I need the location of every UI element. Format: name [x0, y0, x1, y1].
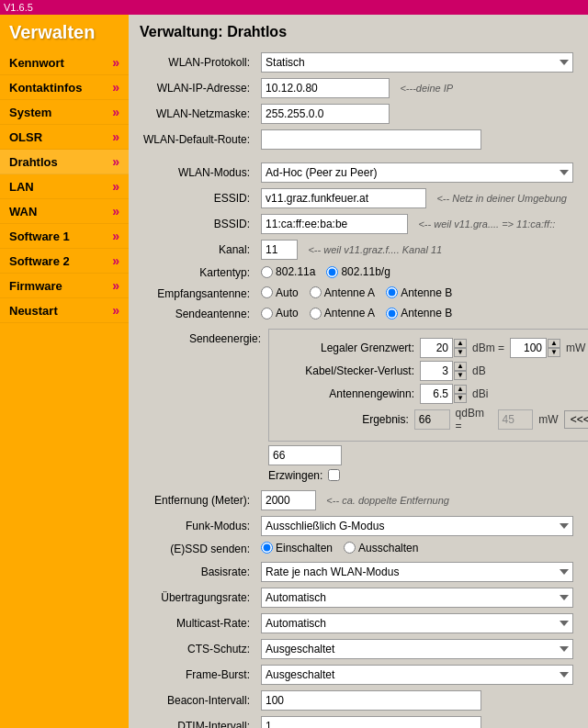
wlan-ip-input[interactable]	[261, 78, 390, 98]
kabel-up[interactable]: ▲	[454, 362, 467, 371]
uebertragungsrate-label: Übertragungsrate:	[140, 585, 257, 610]
uebertragungsrate-select[interactable]: Automatisch	[261, 588, 573, 608]
essid-ausschalten-radio[interactable]	[344, 542, 356, 554]
sidebar: Verwalten Kennwort » Kontaktinfos » Syst…	[0, 15, 129, 728]
version-text: V1.6.5	[4, 2, 33, 13]
ergebnis-value: 66	[414, 409, 450, 430]
legaler-grenzwert-mw-spinner: ▲ ▼	[510, 338, 560, 358]
arrow-icon: »	[112, 55, 119, 70]
legaler-grenzwert-up[interactable]: ▲	[454, 339, 467, 348]
wlan-modus-select[interactable]: Ad-Hoc (Peer zu Peer)	[261, 162, 573, 183]
erzwingen-checkbox[interactable]	[328, 469, 340, 481]
legaler-grenzwert-mw-btns: ▲ ▼	[548, 339, 560, 357]
sendeenergie-content: Legaler Grenzwert: ▲ ▼ dBm =	[268, 329, 588, 482]
wlan-netzmaske-label: WLAN-Netzmaske:	[140, 101, 257, 127]
basisrate-select[interactable]: Rate je nach WLAN-Modus	[261, 562, 573, 582]
legaler-grenzwert-down[interactable]: ▼	[454, 348, 467, 357]
frame-burst-select[interactable]: Ausgeschaltet	[261, 665, 573, 685]
kanal-input[interactable]	[261, 240, 298, 260]
legaler-grenzwert-input[interactable]	[420, 338, 453, 358]
sidebar-item-neustart[interactable]: Neustart »	[0, 298, 129, 323]
funk-modus-label: Funk-Modus:	[140, 513, 257, 539]
legaler-mw-down[interactable]: ▼	[548, 348, 560, 357]
funk-modus-select[interactable]: Ausschließlich G-Modus	[261, 516, 573, 536]
sidebar-title: Verwalten	[0, 15, 129, 50]
antennengewinn-btns: ▲ ▼	[454, 385, 467, 403]
kabel-verlust-row: Kabel/Stecker-Verlust: ▲ ▼ dB	[277, 361, 588, 381]
sidebar-item-software1[interactable]: Software 1 »	[0, 224, 129, 249]
sidebar-item-olsr[interactable]: OLSR »	[0, 125, 129, 150]
empfangsantenne-auto-label[interactable]: Auto	[261, 286, 299, 299]
sendeantenne-radio-group: Auto Antenne A Antenne B	[261, 307, 452, 319]
kartentyp-80211bg-radio[interactable]	[326, 266, 338, 278]
sendeenergie-input[interactable]	[268, 445, 342, 465]
basisrate-label: Basisrate:	[140, 559, 257, 585]
ergebnis-mw-value: 45	[498, 409, 534, 430]
bssid-label: BSSID:	[140, 211, 257, 237]
kanal-hint: <-- weil v11.graz.f.... Kanal 11	[308, 244, 442, 255]
kabel-verlust-input[interactable]	[420, 361, 453, 381]
essid-einschalten-radio[interactable]	[261, 542, 273, 554]
wlan-ip-label: WLAN-IP-Adresse:	[140, 75, 257, 101]
empfangsantenne-b-radio[interactable]	[386, 286, 398, 298]
empfangsantenne-radio-group: Auto Antenne A Antenne B	[261, 286, 452, 299]
cts-schutz-select[interactable]: Ausgeschaltet	[261, 639, 573, 659]
sendeantenne-a-radio[interactable]	[310, 308, 322, 319]
legaler-grenzwert-mw-input[interactable]	[510, 338, 547, 358]
ergebnis-unit1: qdBm =	[456, 407, 492, 432]
legaler-grenzwert-label: Legaler Grenzwert:	[277, 342, 414, 354]
antennengewinn-row: Antennengewinn: ▲ ▼ dBi	[277, 384, 588, 404]
legaler-grenzwert-row: Legaler Grenzwert: ▲ ▼ dBm =	[277, 338, 588, 358]
sidebar-item-wan[interactable]: WAN »	[0, 199, 129, 224]
empfangsantenne-a-label[interactable]: Antenne A	[310, 286, 375, 299]
legaler-mw-up[interactable]: ▲	[548, 339, 560, 348]
beacon-intervall-label: Beacon-Intervall:	[140, 688, 257, 713]
kabel-verlust-spinner: ▲ ▼	[420, 361, 467, 381]
bssid-input[interactable]	[261, 214, 408, 234]
kabel-down[interactable]: ▼	[454, 371, 467, 380]
multicast-rate-select[interactable]: Automatisch	[261, 613, 573, 633]
beacon-intervall-input[interactable]	[261, 690, 481, 711]
essid-ausschalten-label[interactable]: Ausschalten	[344, 542, 418, 554]
ccc-button[interactable]: <<<	[564, 410, 588, 429]
antennengewinn-input[interactable]	[420, 384, 453, 404]
legaler-grenzwert-spinner-btns: ▲ ▼	[454, 339, 467, 357]
sendeantenne-a-label[interactable]: Antenne A	[310, 307, 375, 319]
arrow-icon: »	[112, 80, 119, 95]
sidebar-item-firmware[interactable]: Firmware »	[0, 274, 129, 298]
essid-senden-radio-group: Einschalten Ausschalten	[261, 542, 418, 554]
sendeantenne-b-label[interactable]: Antenne B	[386, 307, 452, 319]
sendeantenne-b-radio[interactable]	[386, 308, 398, 319]
kartentyp-radio-group: 802.11a 802.11b/g	[261, 265, 390, 278]
version-bar: V1.6.5	[0, 0, 588, 15]
sendeantenne-auto-radio[interactable]	[261, 308, 273, 319]
sidebar-item-lan[interactable]: LAN »	[0, 174, 129, 199]
empfangsantenne-a-radio[interactable]	[310, 286, 322, 298]
entfernung-input[interactable]	[261, 490, 316, 510]
essid-input[interactable]	[261, 188, 426, 208]
empfangsantenne-b-label[interactable]: Antenne B	[386, 286, 452, 299]
legaler-grenzwert-unit2: mW	[566, 342, 585, 354]
multicast-rate-label: Multicast-Rate:	[140, 610, 257, 636]
kartentyp-80211a-label[interactable]: 802.11a	[261, 265, 315, 278]
sidebar-item-kennwort[interactable]: Kennwort »	[0, 50, 129, 75]
sendeantenne-auto-label[interactable]: Auto	[261, 307, 299, 319]
antennengewinn-up[interactable]: ▲	[454, 385, 467, 394]
legaler-grenzwert-spinner: ▲ ▼	[420, 338, 467, 358]
sidebar-item-drahtlos[interactable]: Drahtlos »	[0, 150, 129, 174]
sidebar-item-software2[interactable]: Software 2 »	[0, 249, 129, 274]
frame-burst-label: Frame-Burst:	[140, 662, 257, 688]
arrow-icon: »	[112, 105, 119, 119]
sidebar-item-system[interactable]: System »	[0, 100, 129, 125]
kabel-verlust-btns: ▲ ▼	[454, 362, 467, 380]
empfangsantenne-auto-radio[interactable]	[261, 286, 273, 298]
wlan-netzmaske-input[interactable]	[261, 104, 390, 124]
antennengewinn-down[interactable]: ▼	[454, 394, 467, 403]
kartentyp-80211bg-label[interactable]: 802.11b/g	[326, 265, 390, 278]
dtim-intervall-input[interactable]	[261, 716, 481, 728]
sidebar-item-kontaktinfos[interactable]: Kontaktinfos »	[0, 75, 129, 100]
kartentyp-80211a-radio[interactable]	[261, 266, 273, 278]
essid-einschalten-label[interactable]: Einschalten	[261, 542, 333, 554]
wlan-default-route-input[interactable]	[261, 129, 481, 150]
wlan-protokoll-select[interactable]: Statisch	[261, 52, 573, 73]
